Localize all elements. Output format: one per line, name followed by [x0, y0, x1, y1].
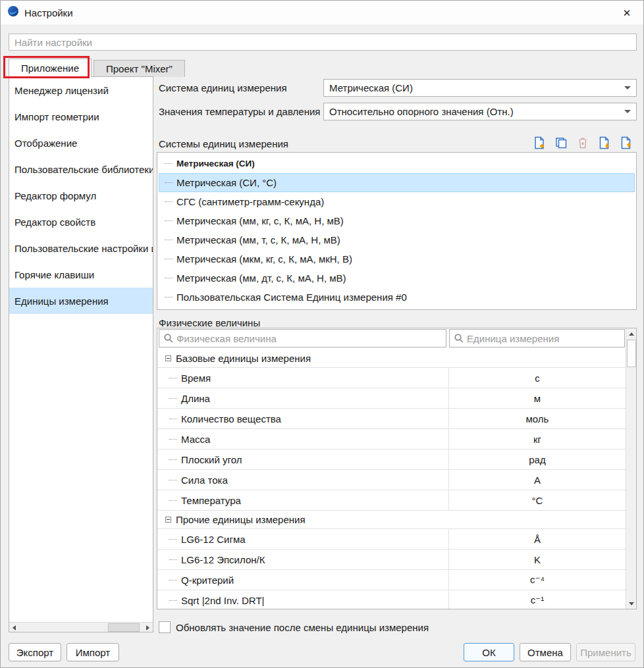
quantity-search-field[interactable]	[159, 329, 446, 347]
unit-system-item-label: Метрическая (мм, кг, с, К, мА, Н, мВ)	[176, 215, 344, 226]
quantity-name: LG6-12 Сигма	[181, 534, 246, 545]
quantity-group-label: Прочие единицы измерения	[176, 514, 306, 525]
sidebar-item[interactable]: Редактор свойств	[9, 209, 153, 235]
import-button[interactable]: Импорт	[67, 643, 119, 661]
unit-system-item[interactable]: Метрическая (мм, т, с, К, мА, Н, мВ)	[159, 230, 635, 249]
quantity-unit-cell: рад	[449, 450, 626, 469]
unit-system-item[interactable]: Метрическая (мм, кг, с, К, мА, Н, мВ)	[159, 211, 635, 230]
quantity-group-header[interactable]: Базовые единицы измерения	[157, 349, 626, 368]
unit-search-field[interactable]	[449, 329, 625, 347]
unit-system-item[interactable]: Метрическая (СИ)	[159, 154, 635, 173]
tab-application-label: Приложение	[21, 63, 79, 74]
sidebar-item[interactable]: Редактор формул	[9, 182, 153, 209]
collapse-icon[interactable]	[165, 355, 171, 361]
collapse-icon[interactable]	[165, 517, 171, 523]
close-button[interactable]: ✕	[620, 6, 634, 20]
sidebar-item[interactable]: Импорт геометрии	[9, 103, 153, 130]
export-document-icon[interactable]	[618, 135, 634, 151]
delete-icon	[575, 135, 591, 151]
unit-system-item[interactable]: Пользовательская Система Единиц измерени…	[159, 288, 635, 307]
vertical-scroll-thumb[interactable]	[627, 340, 636, 367]
tree-connector	[169, 580, 177, 580]
unit-system-item-label: Пользовательская Система Единиц измерени…	[176, 292, 407, 303]
quantity-unit-cell: с	[449, 368, 626, 388]
quantity-row[interactable]: Температура°C	[157, 490, 626, 511]
sidebar-item[interactable]: Пользовательские настройки и	[9, 235, 153, 261]
scroll-right-icon[interactable]	[143, 623, 153, 632]
quantity-row[interactable]: LG6-12 СигмаÅ	[157, 529, 626, 550]
tree-connector	[165, 201, 173, 202]
quantity-name-cell: Температура	[157, 490, 449, 510]
quantity-row[interactable]: Сила токаА	[157, 470, 626, 490]
scroll-down-icon[interactable]	[626, 598, 637, 609]
tree-connector	[169, 559, 177, 560]
cancel-button[interactable]: Отмена	[520, 643, 571, 661]
sidebar-item[interactable]: Единицы измерения	[9, 288, 153, 314]
unit-system-item[interactable]: Метрическая (мм, дт, с, К, мА, Н, мВ)	[159, 269, 635, 288]
import-document-icon[interactable]	[597, 135, 612, 151]
unit-search-input[interactable]	[467, 333, 624, 344]
update-value-checkbox[interactable]	[159, 621, 171, 633]
unit-system-item[interactable]: СГС (сантиметр-грамм-секунда)	[159, 192, 635, 211]
settings-search-input[interactable]	[9, 34, 637, 51]
tab-project-mixer[interactable]: Проект "Mixer"	[94, 60, 185, 77]
quantity-name: Плоский угол	[181, 454, 242, 465]
settings-window: Настройки ✕ Приложение Проект "Mixer" Ме…	[0, 0, 644, 668]
unit-systems-toolbar	[531, 135, 634, 151]
ok-button[interactable]: ОК	[464, 643, 514, 661]
tree-connector	[169, 439, 177, 440]
update-value-checkbox-label: Обновлять значение после смены единицы и…	[176, 622, 429, 633]
quantity-row[interactable]: Количество веществамоль	[157, 409, 626, 429]
tree-connector	[165, 220, 173, 221]
quantities-section-title: Физические величины	[159, 317, 260, 328]
tree-connector	[165, 297, 173, 297]
quantity-name: Температура	[181, 495, 241, 506]
temp-pressure-label: Значения температуры и давления	[159, 106, 320, 117]
quantity-row[interactable]: Плоский уголрад	[157, 450, 626, 470]
quantity-row[interactable]: LG6-12 Эпсилон/КK	[157, 550, 626, 570]
horizontal-scroll-thumb[interactable]	[108, 623, 140, 632]
temp-pressure-select[interactable]: Относительно опорного значения (Отн.)	[323, 103, 637, 120]
quantity-row[interactable]: Q-критерийс⁻⁴	[157, 570, 626, 590]
quantity-row[interactable]: Массакг	[157, 429, 626, 450]
tree-connector	[165, 240, 173, 240]
update-value-checkbox-row[interactable]: Обновлять значение после смены единицы и…	[159, 621, 429, 633]
quantity-unit-cell: кг	[449, 429, 626, 449]
scroll-left-icon[interactable]	[9, 623, 19, 632]
tree-connector	[165, 182, 173, 183]
tab-application[interactable]: Приложение	[9, 59, 92, 77]
export-button[interactable]: Экспорт	[9, 643, 61, 661]
quantity-name: Sqrt |2nd Inv. DRT|	[181, 595, 264, 606]
quantity-name-cell: Сила тока	[157, 470, 449, 490]
sidebar-item[interactable]: Отображение	[9, 130, 153, 156]
add-document-icon[interactable]	[531, 135, 547, 151]
tree-connector	[169, 398, 177, 399]
unit-system-item[interactable]: Метрическая (СИ, °C)	[159, 173, 635, 192]
unit-system-item[interactable]: Метрическая (мкм, кг, с, К, мА, мкН, В)	[159, 249, 635, 269]
quantity-row[interactable]: Sqrt |2nd Inv. DRT|с⁻¹	[157, 590, 626, 609]
unit-system-select[interactable]: Метрическая (СИ)	[323, 79, 637, 97]
unit-system-item-label: Метрическая (мкм, кг, с, К, мА, мкН, В)	[176, 253, 352, 265]
sidebar-item[interactable]: Менеджер лицензий	[9, 77, 153, 103]
quantity-name-cell: LG6-12 Сигма	[157, 529, 449, 549]
quantity-search-input[interactable]	[176, 333, 446, 344]
tree-connector	[165, 163, 173, 164]
window-title: Настройки	[24, 7, 73, 18]
sidebar-horizontal-scrollbar[interactable]	[9, 622, 153, 632]
quantity-unit-cell: с⁻⁴	[449, 570, 626, 590]
quantities-vertical-scrollbar[interactable]	[626, 328, 636, 609]
quantity-unit-cell: с⁻¹	[449, 590, 626, 609]
sidebar-item[interactable]: Горячие клавиши	[9, 261, 153, 288]
quantity-name: Сила тока	[181, 475, 228, 486]
quantity-name-cell: Sqrt |2nd Inv. DRT|	[157, 590, 449, 609]
scroll-up-icon[interactable]	[626, 328, 637, 339]
quantity-unit-cell: K	[449, 550, 626, 569]
tree-connector	[169, 500, 177, 501]
copy-icon[interactable]	[553, 135, 569, 151]
sidebar-item[interactable]: Пользовательские библиотеки	[9, 156, 153, 182]
quantity-group-header[interactable]: Прочие единицы измерения	[157, 511, 626, 529]
quantity-name: Время	[181, 373, 211, 384]
tree-connector	[169, 480, 177, 480]
quantity-row[interactable]: Времяс	[157, 368, 626, 388]
quantity-row[interactable]: Длинам	[157, 388, 626, 409]
